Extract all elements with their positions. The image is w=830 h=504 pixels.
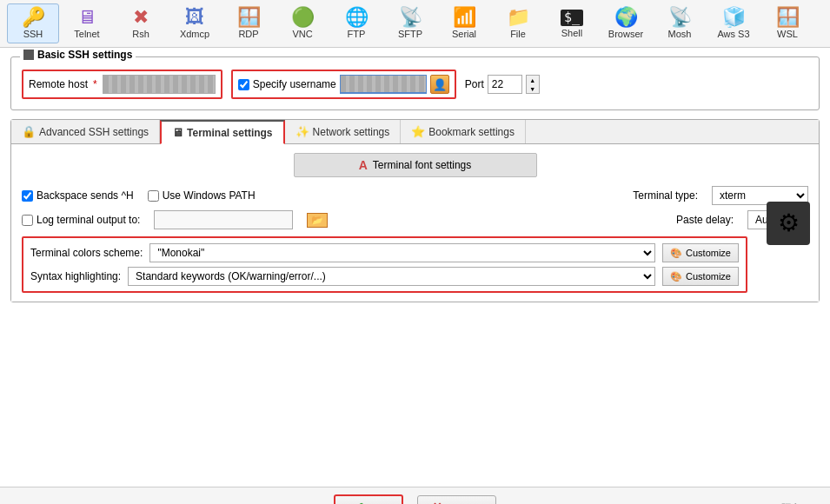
toolbar-item-mosh[interactable]: 📡 Mosh <box>654 3 706 43</box>
toolbar-item-awss3[interactable]: 🧊 Aws S3 <box>707 3 760 43</box>
toolbar-item-xdmcp[interactable]: 🖼 Xdmcp <box>169 3 221 43</box>
username-field-group: Specify username 👤 <box>231 70 456 99</box>
port-up-button[interactable]: ▲ <box>527 76 539 84</box>
port-group: Port ▲ ▼ <box>465 75 540 94</box>
toolbar-item-telnet[interactable]: 🖥 Telnet <box>61 3 113 43</box>
port-input[interactable] <box>488 75 522 94</box>
syntax-highlight-dropdown[interactable]: Standard keywords (OK/warning/error/...)… <box>128 267 655 286</box>
advanced-ssh-tab-label: Advanced SSH settings <box>39 126 149 138</box>
mosh-icon: 📡 <box>668 8 692 27</box>
backspace-checkbox[interactable] <box>22 190 33 202</box>
log-output-checkbox[interactable] <box>22 215 33 226</box>
toolbar-item-serial[interactable]: 📶 Serial <box>438 3 490 43</box>
rsh-icon: ✖ <box>133 8 149 27</box>
serial-icon: 📶 <box>453 8 476 27</box>
customize2-label: Customize <box>686 271 731 282</box>
toolbar-item-label: Xdmcp <box>180 29 209 39</box>
cancel-label: Cancel <box>447 501 481 505</box>
basic-ssh-title: Basic SSH settings <box>20 49 136 61</box>
shell-icon: $_ <box>561 10 583 26</box>
toolbar-item-label: File <box>510 29 526 39</box>
terminal-type-label: Terminal type: <box>633 189 698 202</box>
toolbar-item-file[interactable]: 📁 File <box>492 3 544 43</box>
syntax-customize-button[interactable]: 🎨 Customize <box>662 267 739 286</box>
specify-username-checkbox[interactable] <box>238 79 249 90</box>
specify-username-label: Specify username <box>253 78 336 90</box>
tab-advanced-ssh[interactable]: 🔒 Advanced SSH settings <box>11 120 160 143</box>
syntax-highlight-row: Syntax highlighting: Standard keywords (… <box>30 267 739 286</box>
gear-icon: ⚙ <box>778 209 800 237</box>
windows-path-checkbox[interactable] <box>148 190 159 202</box>
file-icon: 📁 <box>507 8 530 27</box>
ok-checkmark-icon: ✔ <box>353 500 364 504</box>
colors-customize-button[interactable]: 🎨 Customize <box>662 243 739 262</box>
font-settings-label: Terminal font settings <box>373 159 471 171</box>
gear-decoration: ⚙ <box>767 202 810 245</box>
toolbar-item-rdp[interactable]: 🪟 RDP <box>222 3 275 43</box>
windows-path-label: Use Windows PATH <box>163 189 256 202</box>
toolbar-item-label: SFTP <box>398 29 422 39</box>
ftp-icon: 🌐 <box>345 8 369 27</box>
terminal-tab-content: A Terminal font settings Backspace sends… <box>11 144 819 302</box>
toolbar: 🔑 SSH 🖥 Telnet ✖ Rsh 🖼 Xdmcp 🪟 RDP 🟢 VNC… <box>0 0 830 48</box>
tab-network-settings[interactable]: ✨ Network settings <box>285 120 402 143</box>
toolbar-item-browser[interactable]: 🌍 Browser <box>600 3 652 43</box>
bottom-bar: ✔ OK ✖ Cancel CSDN @へ 陌念＿丶 <box>0 487 830 504</box>
tab-terminal-settings[interactable]: 🖥 Terminal settings <box>160 120 284 144</box>
toolbar-item-wsl[interactable]: 🪟 WSL <box>761 3 813 43</box>
settings-row-1: Backspace sends ^H Use Windows PATH Term… <box>22 186 808 205</box>
colors-scheme-dropdown[interactable]: "Monokai" Default Solarized Dark Solariz… <box>149 243 655 262</box>
port-spinner: ▲ ▼ <box>526 75 540 94</box>
port-label: Port <box>465 78 484 90</box>
toolbar-item-ftp[interactable]: 🌐 FTP <box>330 3 382 43</box>
toolbar-item-rsh[interactable]: ✖ Rsh <box>115 3 167 43</box>
toolbar-item-label: VNC <box>292 29 312 39</box>
toolbar-item-label: WSL <box>777 29 798 39</box>
customize2-icon: 🎨 <box>670 271 682 282</box>
basic-ssh-title-icon <box>23 50 34 60</box>
main-content: Basic SSH settings Remote host * Specify… <box>0 48 830 487</box>
tabs-container: 🔒 Advanced SSH settings 🖥 Terminal setti… <box>10 119 820 302</box>
basic-ssh-section: Basic SSH settings Remote host * Specify… <box>10 56 820 110</box>
font-settings-button[interactable]: A Terminal font settings <box>294 153 537 177</box>
windows-path-check-group[interactable]: Use Windows PATH <box>148 189 256 202</box>
port-down-button[interactable]: ▼ <box>527 84 539 93</box>
vnc-icon: 🟢 <box>291 8 315 27</box>
ok-label: OK <box>368 501 385 505</box>
username-input[interactable] <box>340 75 427 94</box>
log-browse-button[interactable]: 📂 <box>307 213 328 228</box>
customize-label: Customize <box>686 248 731 258</box>
toolbar-item-label: FTP <box>348 29 366 39</box>
bookmark-tab-label: Bookmark settings <box>428 126 515 138</box>
remote-host-input[interactable] <box>103 75 216 94</box>
telnet-icon: 🖥 <box>77 8 96 27</box>
toolbar-item-ssh[interactable]: 🔑 SSH <box>7 3 59 43</box>
ssh-icon: 🔑 <box>22 8 45 27</box>
bookmark-tab-icon: ⭐ <box>411 125 425 138</box>
toolbar-item-label: SSH <box>23 29 43 39</box>
remote-host-field-group: Remote host * <box>22 70 222 99</box>
toolbar-item-label: Browser <box>608 29 643 39</box>
colors-scheme-section: Terminal colors scheme: "Monokai" Defaul… <box>22 236 747 293</box>
settings-row-2: Log terminal output to: 📂 Paste delay: A… <box>22 210 808 229</box>
ok-button[interactable]: ✔ OK <box>334 494 404 504</box>
cancel-button[interactable]: ✖ Cancel <box>417 495 496 504</box>
advanced-ssh-tab-icon: 🔒 <box>22 125 36 138</box>
toolbar-item-shell[interactable]: $_ Shell <box>546 5 598 43</box>
toolbar-item-label: Mosh <box>668 29 692 39</box>
paste-delay-label: Paste delay: <box>676 214 734 226</box>
user-icon-button[interactable]: 👤 <box>430 75 449 94</box>
toolbar-item-vnc[interactable]: 🟢 VNC <box>276 3 329 43</box>
toolbar-item-sftp[interactable]: 📡 SFTP <box>384 3 436 43</box>
sftp-icon: 📡 <box>399 8 422 27</box>
log-output-label: Log terminal output to: <box>37 214 140 226</box>
terminal-tab-icon: 🖥 <box>172 126 183 139</box>
toolbar-item-label: Serial <box>452 29 476 39</box>
network-tab-icon: ✨ <box>295 125 309 138</box>
log-output-input[interactable] <box>154 210 293 229</box>
tab-bookmark-settings[interactable]: ⭐ Bookmark settings <box>401 120 526 143</box>
customize-icon: 🎨 <box>670 248 682 259</box>
log-output-check-group[interactable]: Log terminal output to: <box>22 214 140 226</box>
backspace-check-group[interactable]: Backspace sends ^H <box>22 189 134 202</box>
xdmcp-icon: 🖼 <box>185 8 204 27</box>
